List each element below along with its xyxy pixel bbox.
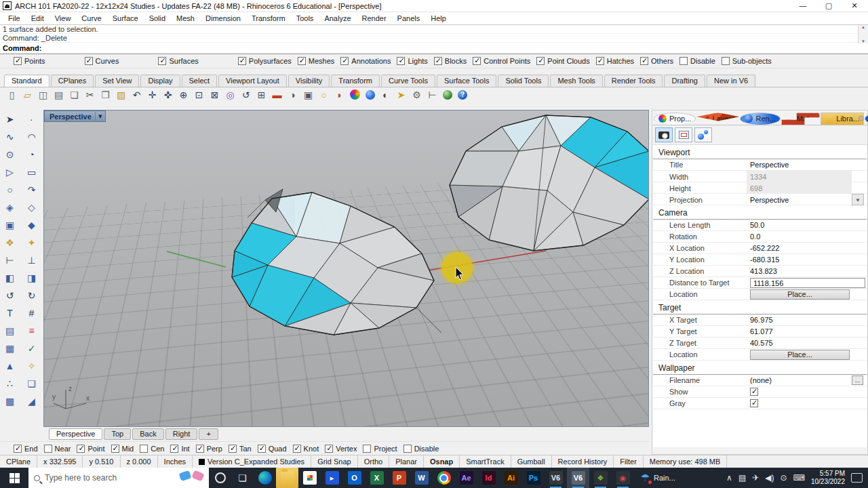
text-tool-icon[interactable]: T <box>2 305 18 321</box>
minimize-button[interactable]: — <box>799 1 807 10</box>
property-value[interactable]: Perspective Perspective <box>747 160 852 170</box>
chrome-icon[interactable] <box>433 468 455 488</box>
status-y-coordinate[interactable]: y 0.510 <box>83 455 120 468</box>
osnap-int[interactable]: Int <box>170 445 189 453</box>
taskbar-clock[interactable]: 5:57 PM 10/23/2022 <box>811 470 845 487</box>
property-value[interactable] <box>747 399 852 409</box>
osnap-project[interactable]: Project <box>363 445 397 453</box>
perspective-viewport[interactable]: Perspective ▾ z x y <box>43 110 649 427</box>
checkbox-box[interactable] <box>403 445 412 453</box>
surface-loft-icon[interactable]: ◇ <box>24 199 40 216</box>
filter-polysurfaces[interactable]: Polysurfaces <box>238 57 292 65</box>
filter-control-points[interactable]: Control Points <box>473 57 530 65</box>
word-icon[interactable]: W <box>410 468 433 488</box>
zoom-selected-icon[interactable]: ⊠ <box>208 88 221 101</box>
rhino-6-icon[interactable]: V6 <box>545 468 567 488</box>
property-value[interactable]: 0.0 0.0 <box>747 232 852 242</box>
split-tool-icon[interactable]: ↻ <box>24 287 40 304</box>
earth-anchor-icon[interactable] <box>443 90 452 100</box>
filter-blocks[interactable]: Blocks <box>434 57 467 65</box>
tab-mesh-tools[interactable]: Mesh Tools <box>550 75 602 87</box>
menu-item[interactable]: Solid <box>144 14 171 23</box>
shaded-viewport-icon[interactable]: ◗ <box>333 88 346 101</box>
status-ortho[interactable]: Ortho <box>358 455 390 468</box>
checkbox-box[interactable] <box>596 57 604 65</box>
property-checkbox[interactable] <box>750 388 758 396</box>
viewport-tab-back[interactable]: Back <box>132 428 163 440</box>
detail-properties-button[interactable] <box>675 127 692 142</box>
checkbox-box[interactable] <box>434 57 442 65</box>
tab-select[interactable]: Select <box>182 75 218 87</box>
viewport-title-tab[interactable]: Perspective ▾ <box>44 110 106 122</box>
filter-surfaces[interactable]: Surfaces <box>158 57 198 65</box>
property-value[interactable]: -652.222 -652.222 <box>747 243 852 253</box>
start-button[interactable] <box>0 468 28 488</box>
hide-objects-icon[interactable]: ◑ <box>286 88 299 101</box>
volume-icon[interactable]: ◀) <box>765 473 774 483</box>
tab-standard[interactable]: Standard <box>4 75 50 87</box>
checkbox-box[interactable] <box>325 445 333 453</box>
cut-icon[interactable]: ✂ <box>83 88 96 101</box>
tab-solid-tools[interactable]: Solid Tools <box>498 75 549 87</box>
panel-tab-properties[interactable]: Prop... <box>654 113 696 125</box>
place-button[interactable]: Place... <box>750 289 850 300</box>
notification-center-icon[interactable] <box>851 473 863 483</box>
checkbox-box[interactable] <box>363 445 371 453</box>
osnap-vertex[interactable]: Vertex <box>325 445 357 453</box>
osnap-perp[interactable]: Perp <box>196 445 222 453</box>
panel-tab-help[interactable]: Help <box>865 113 868 125</box>
copy-icon[interactable]: ❐ <box>99 88 112 101</box>
place-button[interactable]: Place... <box>750 350 850 360</box>
rectangle-tool-icon[interactable]: ▭ <box>24 164 40 180</box>
property-value[interactable]: 40.575 40.575 <box>747 338 852 348</box>
safely-remove-icon[interactable]: ⊙ <box>781 473 787 483</box>
tab-viewport-layout[interactable]: Viewport Layout <box>218 75 287 87</box>
open-file-icon[interactable]: ▱ <box>21 88 34 101</box>
command-scrollbar[interactable]: ▲ ▼ <box>858 25 868 43</box>
status-record-history[interactable]: Record History <box>552 455 614 468</box>
menu-item[interactable]: Transform <box>246 14 291 23</box>
menu-item[interactable]: Render <box>357 14 392 23</box>
render-preview-icon[interactable] <box>366 90 375 100</box>
status-grid-snap[interactable]: Grid Snap <box>311 455 358 468</box>
status-x-coordinate[interactable]: x 332.595 <box>37 455 83 468</box>
curve-handle-icon[interactable]: ↷ <box>24 182 40 198</box>
viewport-layout-icon[interactable]: ⊞ <box>255 88 268 101</box>
menu-item[interactable]: View <box>50 14 77 23</box>
filter-meshes[interactable]: Meshes <box>298 57 335 65</box>
select-tool-icon[interactable]: ➤ <box>2 111 18 127</box>
illustrator-icon[interactable]: Ai <box>500 468 522 488</box>
ellipse-tool-icon[interactable]: ○ <box>2 182 18 198</box>
render-icon[interactable] <box>350 89 360 100</box>
menu-item[interactable]: Tools <box>291 14 319 23</box>
object-properties-button[interactable] <box>694 127 712 142</box>
osnap-cen[interactable]: Cen <box>140 445 164 453</box>
join-tool-icon[interactable]: ▤ <box>2 323 18 339</box>
panel-gear-icon[interactable]: ⚙ <box>857 114 865 123</box>
selection-cursor-icon[interactable]: ➤ <box>395 88 408 101</box>
zoom-window-icon[interactable]: ⊡ <box>193 88 205 101</box>
menu-item[interactable]: Analyze <box>319 14 356 23</box>
undo-icon[interactable]: ↶ <box>130 88 143 101</box>
polyline-tool-icon[interactable]: ▷ <box>2 164 18 180</box>
checkbox-box[interactable] <box>170 445 178 453</box>
check-tool-icon[interactable]: ✓ <box>24 340 40 357</box>
menu-item[interactable]: Mesh <box>171 14 200 23</box>
hidden-icons-chevron[interactable]: ∧ <box>726 473 732 483</box>
filter-annotations[interactable]: Annotations <box>340 57 391 65</box>
property-value[interactable]: 1118.156 1118.156 <box>747 278 865 288</box>
add-viewport-tab[interactable]: + <box>199 428 218 440</box>
osnap-disable[interactable]: Disable <box>403 445 439 453</box>
filter-points[interactable]: Points <box>14 57 45 65</box>
status-memory-use[interactable]: Memory use: 498 MB <box>644 455 728 468</box>
pan-icon[interactable]: ✛ <box>146 88 159 101</box>
checkbox-box[interactable] <box>293 445 301 453</box>
box-tool-icon[interactable]: ▣ <box>2 217 18 233</box>
outlook-icon[interactable]: O <box>343 468 366 488</box>
viewport-tab-top[interactable]: Top <box>104 428 131 440</box>
photoshop-icon[interactable]: Ps <box>522 468 545 488</box>
checkbox-box[interactable] <box>473 57 481 65</box>
plugin-app-icon[interactable]: ❖ <box>589 468 612 488</box>
property-value[interactable] <box>747 387 852 397</box>
touch-keyboard-icon[interactable]: ⌨ <box>793 473 805 483</box>
